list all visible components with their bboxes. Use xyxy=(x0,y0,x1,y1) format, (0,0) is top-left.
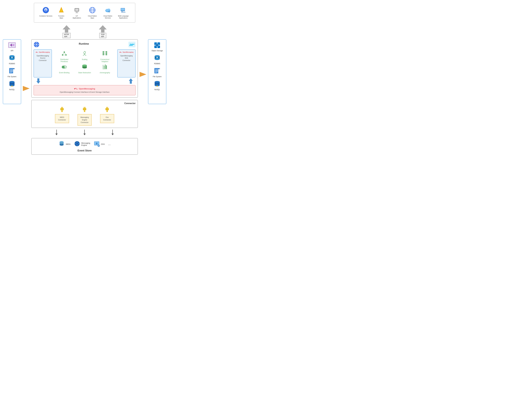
svg-rect-18 xyxy=(121,8,125,10)
svg-rect-73 xyxy=(103,51,104,52)
object-storage-label: Object Storage xyxy=(152,50,163,52)
iot-label: IoTApplications xyxy=(73,15,81,19)
svg-rect-54 xyxy=(129,45,130,46)
rdbms-left-label: RDBMS xyxy=(9,63,15,65)
app-function-apps: ⚡ FunctionApps xyxy=(54,5,69,20)
svg-rect-56 xyxy=(132,45,133,46)
svg-line-65 xyxy=(64,53,66,54)
imdg-plug-icon xyxy=(59,106,65,113)
container-services-icon xyxy=(42,7,49,14)
svg-rect-103 xyxy=(83,108,86,110)
event-store-imdg: IMDG xyxy=(58,141,71,148)
svg-point-61 xyxy=(64,51,65,53)
rdbms-right-label: RDBMS xyxy=(154,63,160,65)
nosql-right-icon xyxy=(153,80,161,88)
svg-rect-92 xyxy=(106,65,107,69)
multi-language-label: Multi LanguageApplications xyxy=(118,15,129,19)
runtime-features: DistributedPrimitives xyxy=(53,49,116,77)
connector-to-event-arrows xyxy=(31,129,138,135)
svg-rect-7 xyxy=(76,13,78,13)
svg-line-64 xyxy=(63,53,64,54)
nosql-right-label: NoSQL xyxy=(154,89,160,91)
cloud-native-apps-icon xyxy=(89,7,96,14)
connectors-icon xyxy=(102,51,108,57)
top-apps-bar: Container Services ⚡ FunctionApps xyxy=(34,3,135,23)
filesystem-right-label: File System xyxy=(153,76,162,78)
choreography-icon xyxy=(102,64,108,71)
svg-point-87 xyxy=(82,65,87,66)
messaging-engine-connector-item: MeesagingEngineConnector xyxy=(77,106,92,126)
svg-text:M: M xyxy=(156,56,158,59)
svg-rect-75 xyxy=(103,54,104,55)
http-api-label: HTTPAPI xyxy=(62,33,71,38)
svg-point-42 xyxy=(10,81,15,83)
svg-rect-20 xyxy=(122,11,122,12)
source-connector-box: OpenMessaging OpenMessagingSourceConnect… xyxy=(34,49,52,77)
svg-rect-91 xyxy=(105,65,106,69)
sidebar-object-storage: Object Storage xyxy=(152,41,163,52)
function-apps-icon: ⚡ xyxy=(58,7,65,14)
sidebar-api: API xyxy=(8,41,16,52)
distributed-primitives-label: DistributedPrimitives xyxy=(60,58,68,63)
runtime-title: Runtime xyxy=(79,42,89,45)
om-interface-text: OpenMessaging Connect Interface & Event … xyxy=(36,91,133,93)
svg-rect-132 xyxy=(156,44,158,46)
scaling-label: Scaling xyxy=(82,58,87,61)
sink-connector-box: OpenMessaging OpenMessagingSinkConnector xyxy=(117,49,136,77)
svg-point-60 xyxy=(36,52,37,53)
messaging-store-label: MessagingEngine xyxy=(81,142,90,146)
svg-rect-21 xyxy=(121,12,125,12)
feature-state-abstraction: State Abstraction xyxy=(75,64,94,76)
source-om-logo: OpenMessaging xyxy=(36,51,50,53)
svg-point-118 xyxy=(76,143,78,145)
docker-icon: docker xyxy=(128,42,136,48)
container-services-label: Container Services xyxy=(39,15,52,17)
api-label: API xyxy=(10,50,13,52)
app-multi-language: Multi LanguageApplications xyxy=(116,5,131,20)
svg-rect-59 xyxy=(133,44,134,45)
event-store-oss: OSS xyxy=(94,141,105,148)
state-abstraction-icon xyxy=(82,64,87,71)
feature-distributed-primitives: DistributedPrimitives xyxy=(55,51,74,63)
oss-plug-icon xyxy=(104,106,110,113)
tcp-api-arrow: TCPAPI xyxy=(99,25,107,38)
svg-rect-78 xyxy=(106,54,107,55)
svg-point-67 xyxy=(84,52,86,54)
svg-point-94 xyxy=(120,52,120,53)
dots-label: ... xyxy=(108,142,111,146)
oss-store-label: OSS xyxy=(101,143,105,145)
cloud-native-services-icon: ⚙ xyxy=(104,7,112,14)
event-store-dots: ... xyxy=(108,142,111,146)
event-store-messaging: MessagingEngine xyxy=(74,141,90,148)
arrow-to-messaging xyxy=(84,129,86,135)
filesystem-right-icon xyxy=(153,67,161,75)
svg-rect-108 xyxy=(105,108,109,110)
filesystem-left-icon xyxy=(8,67,16,75)
messaging-plug-icon xyxy=(81,106,88,113)
scaling-icon xyxy=(82,51,87,57)
svg-point-149 xyxy=(155,81,160,83)
nosql-left-icon xyxy=(8,80,16,88)
svg-point-95 xyxy=(74,88,75,89)
om-interface-logo-text: OpenMessaging xyxy=(79,87,95,90)
sidebar-nosql: NoSQL xyxy=(8,80,16,91)
runtime-box: Runtime docker xyxy=(31,39,138,98)
sidebar-nosql-right: NoSQL xyxy=(153,80,161,91)
svg-point-14 xyxy=(107,9,110,11)
svg-rect-110 xyxy=(106,111,108,112)
event-store-title: Event Store xyxy=(34,149,135,152)
svg-rect-55 xyxy=(131,45,132,46)
svg-point-115 xyxy=(60,143,64,144)
main-layout: API M RDBMS xyxy=(3,39,166,155)
connectors-label: Connectors/Adapters xyxy=(100,58,110,63)
feature-connectors: Connectors/Adapters xyxy=(95,51,114,63)
arrow-to-imdg xyxy=(55,129,58,135)
sidebar-rdbms: M RDBMS xyxy=(8,54,16,65)
source-connector-label: OpenMessagingSourceConnector xyxy=(37,55,49,62)
app-container-services: Container Services xyxy=(38,5,54,20)
kubernetes-icon xyxy=(34,42,39,48)
svg-rect-5 xyxy=(75,9,78,11)
imdg-store-icon xyxy=(58,141,65,148)
svg-text:⚙: ⚙ xyxy=(109,11,110,12)
svg-rect-58 xyxy=(132,44,133,45)
